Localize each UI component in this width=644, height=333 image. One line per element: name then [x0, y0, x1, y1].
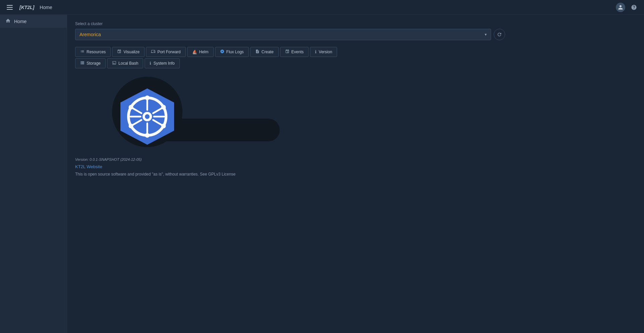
tab-create[interactable]: Create — [250, 47, 279, 57]
version-icon: ℹ — [315, 50, 317, 54]
app-name: [KT2L] — [19, 5, 34, 10]
chevron-down-icon: ▾ — [485, 32, 487, 37]
storage-icon — [80, 61, 85, 66]
tab-visualize[interactable]: Visualize — [112, 47, 145, 57]
tab-local-bash[interactable]: Local Bash — [107, 58, 143, 68]
resources-icon — [80, 49, 85, 55]
topbar-right — [616, 3, 639, 12]
tab-visualize-label: Visualize — [123, 50, 140, 54]
app-logo — [75, 75, 286, 152]
tab-events[interactable]: Events — [280, 47, 309, 57]
svg-point-17 — [161, 105, 166, 110]
cluster-selector-row: Aremorica ▾ — [75, 29, 636, 40]
cluster-dropdown[interactable]: Aremorica ▾ — [75, 29, 491, 40]
main-content: Select a cluster Aremorica ▾ Resources — [67, 15, 644, 333]
tab-flux-logs-label: Flux Logs — [226, 50, 244, 54]
cluster-selected-value: Aremorica — [79, 32, 101, 37]
svg-point-16 — [145, 133, 150, 138]
sidebar-item-home[interactable]: Home — [0, 15, 67, 28]
system-info-icon: ℹ — [150, 61, 151, 66]
tabs-row-1: Resources Visualize Port Forward ⛵ Helm — [75, 47, 636, 57]
svg-point-19 — [161, 124, 166, 128]
tab-port-forward-label: Port Forward — [157, 50, 180, 54]
help-icon[interactable] — [629, 3, 639, 12]
page-title: Home — [40, 5, 52, 10]
tab-create-label: Create — [262, 50, 274, 54]
topbar: [KT2L] Home — [0, 0, 644, 15]
svg-point-15 — [145, 95, 150, 100]
svg-point-18 — [129, 105, 133, 110]
logo-area — [75, 75, 636, 152]
main-layout: Home Select a cluster Aremorica ▾ — [0, 15, 644, 333]
events-icon — [285, 49, 289, 55]
port-forward-icon — [151, 49, 155, 55]
tab-helm[interactable]: ⛵ Helm — [187, 47, 214, 57]
tab-storage-label: Storage — [87, 61, 101, 66]
sidebar-item-label: Home — [14, 19, 26, 24]
license-text: This is open source software and provide… — [75, 172, 636, 177]
tab-version[interactable]: ℹ Version — [310, 47, 337, 57]
tab-system-info-label: System Info — [153, 61, 174, 66]
cluster-label: Select a cluster — [75, 21, 636, 26]
home-icon — [5, 18, 11, 24]
website-link[interactable]: KT2L Website — [75, 164, 636, 169]
version-text: Version: 0.0.1-SNAPSHOT (2024-12-05) — [75, 157, 636, 161]
tab-flux-logs[interactable]: Flux Logs — [215, 47, 249, 57]
menu-button[interactable] — [5, 4, 14, 11]
user-avatar[interactable] — [616, 3, 625, 12]
refresh-button[interactable] — [494, 29, 505, 40]
sidebar: Home — [0, 15, 67, 333]
tab-helm-label: Helm — [199, 50, 209, 54]
flux-logs-icon — [220, 49, 224, 55]
create-icon — [255, 49, 260, 55]
local-bash-icon — [112, 61, 116, 66]
tab-port-forward[interactable]: Port Forward — [146, 47, 185, 57]
helm-icon: ⛵ — [192, 50, 197, 54]
visualize-icon — [117, 49, 121, 55]
svg-point-20 — [129, 124, 133, 128]
svg-point-5 — [145, 114, 150, 119]
tab-events-label: Events — [291, 50, 304, 54]
tab-system-info[interactable]: ℹ System Info — [145, 58, 179, 68]
tabs-row-2: Storage Local Bash ℹ System Info — [75, 58, 636, 68]
topbar-left: [KT2L] Home — [5, 4, 52, 11]
tab-local-bash-label: Local Bash — [118, 61, 138, 66]
tab-version-label: Version — [319, 50, 332, 54]
tab-resources[interactable]: Resources — [75, 47, 111, 57]
tab-resources-label: Resources — [87, 50, 106, 54]
tab-storage[interactable]: Storage — [75, 58, 106, 68]
